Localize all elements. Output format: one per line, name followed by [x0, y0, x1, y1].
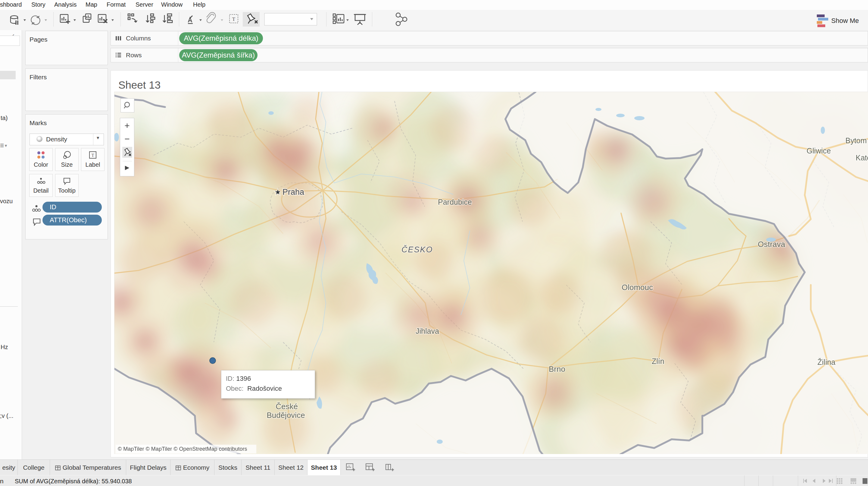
svg-text:Brno: Brno — [549, 365, 565, 374]
svg-text:★: ★ — [275, 188, 281, 196]
svg-text:Bytom: Bytom — [845, 136, 867, 145]
svg-text:Budějovice: Budějovice — [267, 411, 305, 420]
svg-text:Pardubice: Pardubice — [438, 198, 472, 206]
svg-text:T: T — [91, 153, 94, 158]
svg-text:Zlín: Zlín — [652, 357, 664, 365]
svg-text:Jihlava: Jihlava — [415, 327, 439, 335]
svg-text:Olomouc: Olomouc — [622, 283, 653, 292]
svg-text:Žilina: Žilina — [817, 358, 835, 366]
svg-text:ČESKO: ČESKO — [401, 245, 433, 254]
svg-text:Show Me: Show Me — [831, 17, 859, 24]
svg-text:Ostrava: Ostrava — [758, 240, 785, 249]
svg-text:T: T — [232, 16, 236, 22]
svg-text:Gliwice: Gliwice — [807, 146, 831, 155]
svg-text:Praha: Praha — [282, 188, 305, 197]
svg-text:České: České — [276, 402, 298, 411]
svg-text:Kato: Kato — [856, 153, 868, 162]
